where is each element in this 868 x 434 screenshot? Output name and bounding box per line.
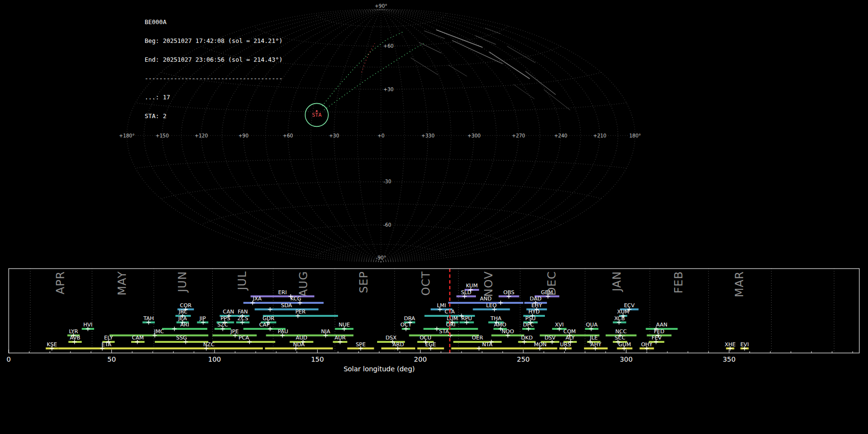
shower-label-ARI: ARI xyxy=(180,322,189,328)
shower-label-QUA: QUA xyxy=(586,322,598,328)
shower-label-CAN: CAN xyxy=(223,309,234,315)
shower-label-AND: AND xyxy=(480,296,491,302)
radiant-label: STA xyxy=(312,112,322,118)
tick-label: 350 xyxy=(723,355,736,363)
lon-label: +330 xyxy=(421,133,434,138)
month-label: FEB xyxy=(672,271,685,294)
shower-label-MON: MON xyxy=(534,341,546,348)
shower-label-PAU: PAU xyxy=(278,328,288,335)
lon-label: +30 xyxy=(329,133,339,138)
meteor-trail xyxy=(526,71,556,95)
shower-label-GDR: GDR xyxy=(263,315,275,322)
month-label: JUN xyxy=(176,271,189,293)
shower-peak-AND xyxy=(499,301,503,305)
shower-label-PCA: PCA xyxy=(239,335,249,341)
shower-label-DSV: DSV xyxy=(544,335,556,341)
shower-label-JRC: JRC xyxy=(178,309,188,315)
shower-label-LEO: LEO xyxy=(486,302,497,309)
obs-end-line: End: 20251027 23:06:56 (sol = 214.43°) xyxy=(145,56,283,63)
plot-canvas: +180°+150+120+90+60+30+0+330+300+270+240… xyxy=(0,0,868,434)
shower-label-ALY: ALY xyxy=(566,335,575,341)
shower-label-PER: PER xyxy=(295,309,306,315)
tick-label: 200 xyxy=(414,355,427,363)
station-code: BE000A xyxy=(145,19,283,25)
shower-label-AAN: AAN xyxy=(656,322,667,328)
shower-label-FEV: FEV xyxy=(651,335,662,341)
shower-label-ERI: ERI xyxy=(278,289,287,296)
meteor-trail xyxy=(411,58,438,75)
shower-label-KUM: KUM xyxy=(466,283,477,289)
activity-timeline: APRMAYJUNJULAUGSEPOCTNOVDECJANFEBMARKUME… xyxy=(7,269,859,373)
meteor-trail xyxy=(489,52,529,79)
shower-label-GUM: GUM xyxy=(618,341,631,348)
tick-label: 300 xyxy=(620,355,633,363)
shower-label-ORI: ORI xyxy=(446,322,456,328)
shower-label-ARD: ARD xyxy=(393,341,404,348)
shower-label-NCC: NCC xyxy=(615,328,627,335)
shower-peak-SDA xyxy=(268,307,272,312)
shower-label-AUD: AUD xyxy=(296,335,307,341)
radiant-map-report: +180°+150+120+90+60+30+0+330+300+270+240… xyxy=(0,0,868,434)
lon-label: +150 xyxy=(156,133,169,138)
month-label: SEP xyxy=(357,271,370,293)
shower-label-HYD: HYD xyxy=(529,309,540,315)
lon-label: +0 xyxy=(378,133,385,138)
lon-label: +300 xyxy=(467,133,480,138)
meteor-trail xyxy=(544,90,570,110)
lon-label: 180° xyxy=(629,133,641,138)
lat-label: +90° xyxy=(375,3,387,9)
shower-peak-ORI xyxy=(434,327,439,331)
month-label: OCT xyxy=(420,271,432,296)
tick-label: 0 xyxy=(7,355,11,363)
shower-label-ETA: ETA xyxy=(102,341,112,348)
grid-meridian xyxy=(334,9,381,262)
grid-parallel xyxy=(315,14,447,27)
shower-label-CAM: CAM xyxy=(132,335,144,341)
month-label: JAN xyxy=(610,271,623,292)
lat-label: -30 xyxy=(383,179,391,184)
lon-label: +180° xyxy=(119,133,135,138)
shower-peak-NTA xyxy=(477,346,481,351)
divider-line: -------------------------------------- xyxy=(145,75,283,81)
shower-label-FAN: FAN xyxy=(238,309,248,315)
month-label: MAY xyxy=(116,271,128,296)
shower-label-STA: STA xyxy=(439,328,449,335)
shower-label-SLD: SLD xyxy=(461,289,472,296)
shower-label-NDA: NDA xyxy=(293,341,305,348)
shower-label-AVB: AVB xyxy=(70,335,81,341)
shower-label-PPS: PPS xyxy=(220,315,230,322)
lat-label: -60 xyxy=(383,222,391,228)
lon-label: +90 xyxy=(238,133,248,138)
shower-label-CAP: CAP xyxy=(259,322,270,328)
lon-label: +270 xyxy=(512,133,525,138)
meteor-trail xyxy=(436,30,482,47)
shower-label-DSX: DSX xyxy=(385,335,396,341)
info-panel: BE000A Beg: 20251027 17:42:08 (sol = 214… xyxy=(145,6,283,132)
lon-label: +210 xyxy=(593,133,606,138)
meteor-trail xyxy=(448,65,467,76)
shower-label-ZCS: ZCS xyxy=(237,315,248,322)
shower-label-DKD: DKD xyxy=(521,335,533,341)
obs-begin-line: Beg: 20251027 17:42:08 (sol = 214.21°) xyxy=(145,38,283,44)
lat-label: +60 xyxy=(383,43,393,49)
association-path xyxy=(362,43,375,72)
grid-parallel xyxy=(136,159,626,168)
shower-label-AMO: AMO xyxy=(494,322,506,328)
grid-parallel xyxy=(161,182,601,199)
lon-label: +120 xyxy=(195,133,208,138)
association-path xyxy=(324,42,425,110)
month-label: NOV xyxy=(482,271,495,297)
meteor-trail xyxy=(507,46,535,63)
lat-label: -90° xyxy=(376,255,386,260)
shower-label-JPE: JPE xyxy=(230,328,239,335)
shower-label-THA: THA xyxy=(490,315,502,322)
shower-label-AHY: AHY xyxy=(590,341,601,348)
month-label: JUL xyxy=(236,271,248,291)
meteor-trail xyxy=(485,28,501,34)
meteor-trail xyxy=(514,84,534,99)
sta-count: STA: 2 xyxy=(145,113,283,119)
x-axis-label: Solar longitude (deg) xyxy=(343,365,415,373)
meteor-trail xyxy=(475,36,496,44)
shower-label-JIP: JIP xyxy=(199,315,206,322)
meteor-trail xyxy=(419,42,441,53)
